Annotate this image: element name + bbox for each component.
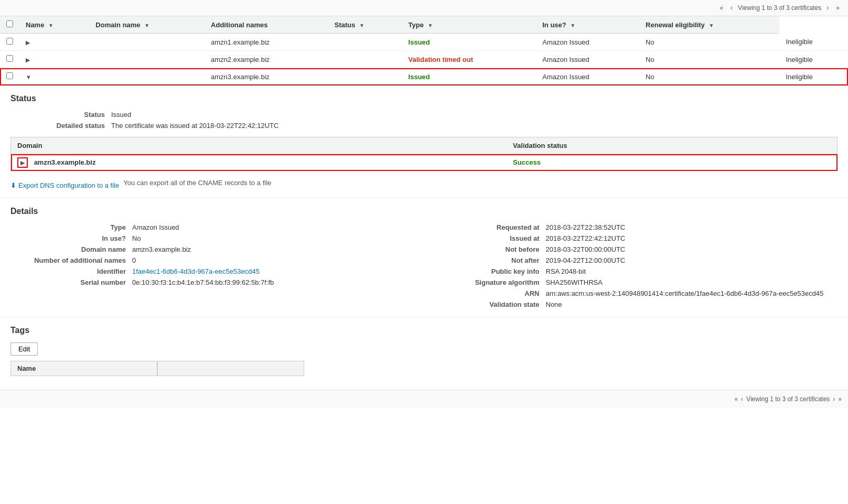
- table-header-row: Name ▼ Domain name ▼ Additional names St…: [0, 16, 848, 34]
- in-use-value: No: [132, 234, 424, 242]
- details-left-col: Type Amazon Issued In use? No Domain nam…: [10, 223, 424, 308]
- type-value: Amazon Issued: [132, 223, 424, 231]
- identifier-label: Identifier: [10, 267, 126, 275]
- domain-name-label: Domain name: [10, 245, 126, 253]
- domain-name-detail-value: amzn3.example.biz: [132, 245, 424, 253]
- issued-at-value: 2018-03-22T22:42:12UTC: [546, 234, 838, 242]
- domain-value: amzn3.example.biz: [34, 158, 96, 166]
- identifier-value[interactable]: 1fae4ec1-6db6-4d3d-967a-eec5e53ecd45: [132, 267, 424, 275]
- row-additional-names: [328, 34, 402, 51]
- signature-value: SHA256WITHRSA: [546, 278, 838, 286]
- requested-at-label: Requested at: [424, 223, 540, 231]
- not-after-value: 2019-04-22T12:00:00UTC: [546, 256, 838, 264]
- in-use-sort-icon: ▼: [570, 23, 575, 28]
- row-expand-icon[interactable]: ▼: [26, 74, 31, 80]
- tags-header: Name: [10, 361, 838, 376]
- prev-page-btn-top[interactable]: ‹: [728, 3, 735, 13]
- row-expand-cell: ▶: [19, 34, 89, 51]
- table-row[interactable]: ▶amzn1.example.bizIssuedAmazon IssuedNoI…: [0, 34, 848, 51]
- domain-expand-icon[interactable]: ▶: [17, 157, 28, 168]
- prev-page-btn-bottom[interactable]: ‹: [741, 395, 743, 403]
- arn-value: arn:aws:acm:us-west-2:140948901414:certi…: [546, 289, 838, 297]
- not-before-value: 2018-03-22T00:00:00UTC: [546, 245, 838, 253]
- next-page-btn-bottom[interactable]: ›: [833, 395, 835, 403]
- row-name-cell: [89, 68, 205, 85]
- col-header-name[interactable]: Name ▼: [19, 16, 89, 34]
- tags-section-title: Tags: [10, 326, 838, 335]
- edit-tags-button[interactable]: Edit: [10, 342, 38, 356]
- status-sort-icon: ▼: [359, 23, 364, 28]
- table-row[interactable]: ▼amzn3.example.bizIssuedAmazon IssuedNoI…: [0, 68, 848, 85]
- tag-name-header: Name: [10, 361, 157, 376]
- domain-validation-table: Domain Validation status ▶ amzn3.example…: [10, 137, 838, 171]
- col-header-domain-name[interactable]: Domain name ▼: [89, 16, 205, 34]
- row-expand-cell: ▼: [19, 68, 89, 85]
- row-type: Amazon Issued: [536, 51, 639, 68]
- row-domain-name: amzn2.example.biz: [205, 51, 328, 68]
- certificates-table: Name ▼ Domain name ▼ Additional names St…: [0, 16, 848, 85]
- not-before-label: Not before: [424, 245, 540, 253]
- row-domain-name: amzn3.example.biz: [205, 68, 328, 85]
- validation-col-header: Validation status: [507, 137, 837, 154]
- details-section-title: Details: [10, 207, 838, 216]
- details-section: Details Type Amazon Issued In use? No Do…: [0, 198, 848, 317]
- download-icon: ⬇: [10, 181, 16, 189]
- row-in-use: No: [639, 34, 779, 51]
- domain-col-header: Domain: [11, 137, 507, 154]
- row-status: Issued: [402, 68, 536, 85]
- requested-at-value: 2018-03-22T22:38:52UTC: [546, 223, 838, 231]
- public-key-value: RSA 2048-bit: [546, 267, 838, 275]
- details-grid: Type Amazon Issued In use? No Domain nam…: [10, 223, 838, 308]
- col-header-in-use[interactable]: In use? ▼: [536, 16, 639, 34]
- table-row[interactable]: ▶amzn2.example.bizValidation timed outAm…: [0, 51, 848, 68]
- status-value: Issued: [111, 111, 838, 119]
- domain-expand-cell: ▶ amzn3.example.biz: [11, 154, 507, 171]
- serial-value: 0e:10:30:f3:1c:b4:1e:b7:54:bb:f3:99:62:5…: [132, 278, 424, 286]
- select-all-checkbox-col: [0, 16, 19, 34]
- row-status: Validation timed out: [402, 51, 536, 68]
- col-header-status[interactable]: Status ▼: [328, 16, 402, 34]
- not-after-label: Not after: [424, 256, 540, 264]
- row-name-cell: [89, 51, 205, 68]
- pagination-text-top: Viewing 1 to 3 of 3 certificates: [738, 4, 821, 12]
- row-1-checkbox[interactable]: [6, 55, 13, 62]
- last-page-btn-bottom[interactable]: »: [838, 395, 842, 403]
- validation-state-value: None: [546, 301, 838, 308]
- first-page-btn-top[interactable]: «: [717, 3, 725, 13]
- first-page-btn-bottom[interactable]: «: [734, 395, 738, 403]
- serial-label: Serial number: [10, 278, 126, 286]
- issued-at-label: Issued at: [424, 234, 540, 242]
- row-renewal-eligibility: Ineligible: [779, 68, 848, 85]
- details-right-col: Requested at 2018-03-22T22:38:52UTC Issu…: [424, 223, 838, 308]
- row-expand-icon[interactable]: ▶: [26, 39, 30, 46]
- status-label: Status: [10, 111, 105, 119]
- pagination-text-bottom: Viewing 1 to 3 of 3 certificates: [746, 395, 830, 403]
- next-page-btn-top[interactable]: ›: [824, 3, 831, 13]
- domain-table-row[interactable]: ▶ amzn3.example.biz Success: [11, 154, 838, 171]
- row-2-checkbox[interactable]: [6, 72, 13, 79]
- public-key-label: Public key info: [424, 267, 540, 275]
- signature-label: Signature algorithm: [424, 278, 540, 286]
- row-additional-names: [328, 51, 402, 68]
- type-sort-icon: ▼: [428, 23, 433, 28]
- row-in-use: No: [639, 51, 779, 68]
- row-domain-name: amzn1.example.biz: [205, 34, 328, 51]
- last-page-btn-top[interactable]: »: [834, 3, 842, 13]
- detailed-status-label: Detailed status: [10, 122, 105, 130]
- row-checkbox-cell: [0, 34, 19, 51]
- export-dns-link[interactable]: ⬇ Export DNS configuration to a file: [10, 181, 119, 189]
- row-0-checkbox[interactable]: [6, 38, 13, 45]
- status-grid: Status Issued Detailed status The certif…: [10, 111, 838, 130]
- col-header-type[interactable]: Type ▼: [402, 16, 536, 34]
- row-renewal-eligibility: Ineligible: [779, 34, 848, 51]
- row-expand-icon[interactable]: ▶: [26, 57, 30, 63]
- col-header-renewal[interactable]: Renewal eligibility ▼: [639, 16, 779, 34]
- row-type: Amazon Issued: [536, 34, 639, 51]
- validation-state-label: Validation state: [424, 301, 540, 308]
- row-checkbox-cell: [0, 68, 19, 85]
- renewal-sort-icon: ▼: [709, 23, 714, 28]
- row-additional-names: [328, 68, 402, 85]
- status-section-title: Status: [10, 94, 838, 103]
- select-all-checkbox[interactable]: [6, 20, 13, 27]
- row-renewal-eligibility: Ineligible: [779, 51, 848, 68]
